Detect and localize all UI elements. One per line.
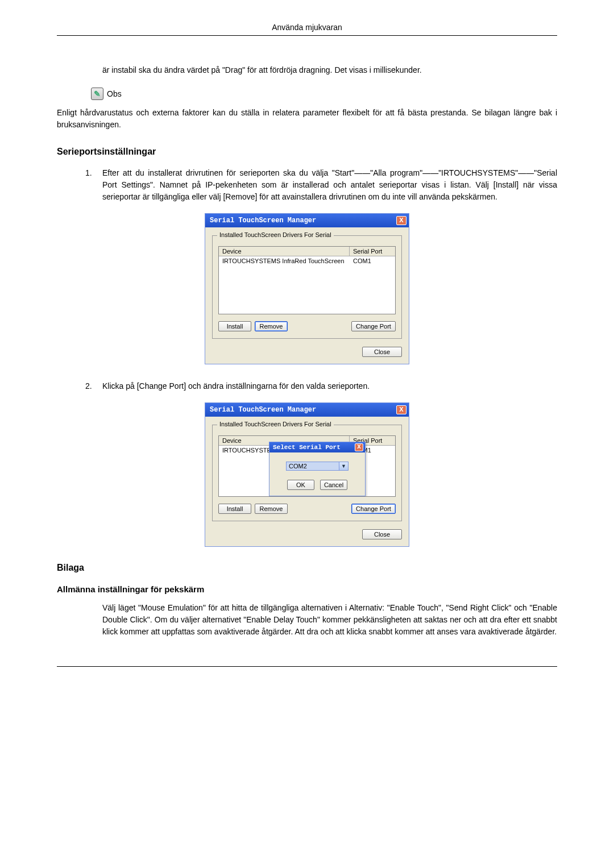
change-port-button[interactable]: Change Port (351, 321, 396, 331)
close-button[interactable]: Close (362, 529, 402, 539)
bilaga-subheading: Allmänna inställningar för pekskärm (57, 584, 557, 594)
install-button[interactable]: Install (218, 321, 251, 331)
ok-button[interactable]: OK (287, 480, 314, 490)
driver-listview[interactable]: Device Serial Port IRTOUCHSYSTEMS InfraR… (218, 246, 396, 314)
cell-device: IRTOUCHSYSTEMS InfraRed TouchScreen (219, 256, 350, 265)
cancel-button[interactable]: Cancel (320, 480, 347, 490)
bilaga-heading: Bilaga (57, 563, 557, 573)
remove-button[interactable]: Remove (255, 321, 288, 331)
table-row[interactable]: IRTOUCHSYSTEMS InfraRed TouchScreen COM1 (219, 256, 395, 265)
list-number-2: 2. (85, 380, 102, 392)
cell-port: COM1 (350, 256, 395, 265)
inner-dialog-title: Select Serial Port (273, 444, 341, 451)
footer-divider (57, 666, 557, 667)
remove-button[interactable]: Remove (255, 504, 288, 514)
col-serial-port[interactable]: Serial Port (350, 247, 395, 256)
intro-paragraph: är instabil ska du ändra värdet på "Drag… (102, 64, 557, 76)
dialog-serial-manager-2: Serial TouchScreen Manager X Installed T… (205, 402, 409, 547)
groupbox-label: Installed TouchScreen Drivers For Serial (217, 231, 334, 238)
col-device[interactable]: Device (219, 247, 350, 256)
groupbox-label: Installed TouchScreen Drivers For Serial (217, 421, 334, 427)
dialog1-title: Serial TouchScreen Manager (210, 217, 316, 225)
change-port-button[interactable]: Change Port (351, 504, 396, 514)
chevron-down-icon[interactable]: ▼ (339, 462, 348, 470)
note-icon: ✎ (91, 88, 103, 100)
driver-listview[interactable]: Device Serial Port IRTOUCHSYSTE COM1 Sel… (218, 435, 396, 497)
close-button[interactable]: Close (362, 347, 402, 357)
list-text-1: Efter att du installerat drivrutinen för… (102, 167, 557, 203)
dialog2-title: Serial TouchScreen Manager (210, 406, 316, 414)
note-label: Obs (107, 89, 122, 98)
serial-port-combobox[interactable]: COM2 ▼ (286, 462, 349, 471)
dialog-serial-manager-1: Serial TouchScreen Manager X Installed T… (205, 213, 409, 364)
page-header: Använda mjukvaran (57, 23, 557, 36)
close-icon[interactable]: X (396, 216, 406, 225)
install-button[interactable]: Install (218, 504, 251, 514)
close-icon[interactable]: X (355, 443, 363, 451)
section-serial-heading: Serieportsinställningar (57, 147, 557, 157)
combo-value: COM2 (287, 462, 339, 470)
list-number-1: 1. (85, 167, 102, 203)
select-serial-port-dialog: Select Serial Port X COM2 ▼ OK Cancel (269, 442, 366, 496)
bilaga-body: Välj läget "Mouse Emulation" för att hit… (102, 602, 557, 638)
list-text-2: Klicka på [Change Port] och ändra instäl… (102, 380, 557, 392)
close-icon[interactable]: X (396, 405, 406, 414)
note-body: Enligt hårdvarustatus och externa faktor… (57, 107, 557, 131)
